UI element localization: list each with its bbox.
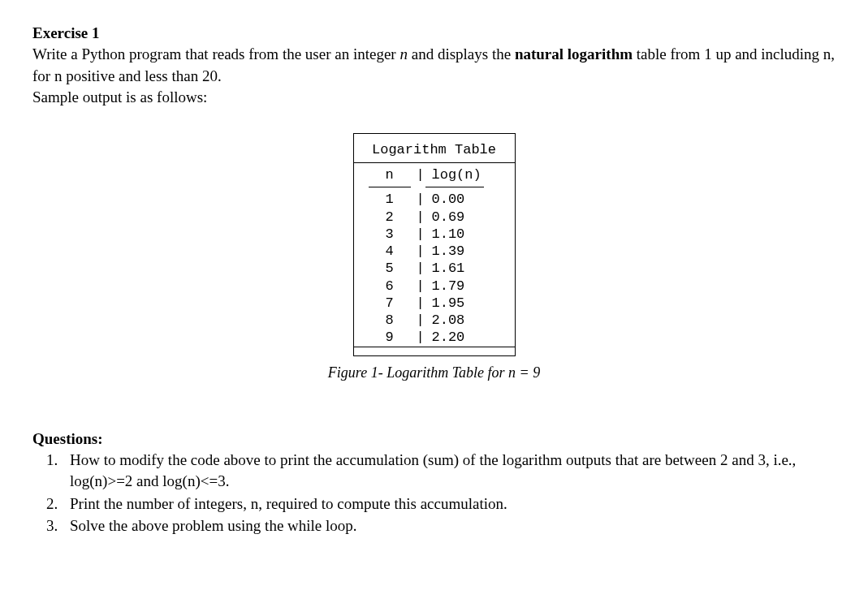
cell-n: 8: [365, 312, 414, 329]
intro-text-2: and displays the: [408, 45, 515, 62]
table-row: 3|1.10: [365, 226, 503, 243]
column-separator: |: [414, 260, 427, 277]
cell-logn: 1.39: [427, 243, 497, 260]
column-separator: |: [414, 166, 427, 183]
intro-var-n: n: [399, 45, 408, 62]
divider: [354, 347, 515, 347]
logarithm-table-figure: Logarithm Table n | log(n) 1|0.002|0.693…: [32, 133, 836, 381]
cell-n: 2: [365, 209, 414, 226]
table-row: 7|1.95: [365, 295, 503, 312]
list-item: Print the number of integers, n, require…: [62, 493, 836, 515]
cell-logn: 1.79: [427, 278, 497, 295]
table-row: 1|0.00: [365, 191, 503, 208]
column-separator: |: [414, 295, 427, 312]
cell-n: 1: [365, 191, 414, 208]
header-underline: [365, 187, 503, 187]
cell-logn: 1.95: [427, 295, 497, 312]
questions-title: Questions:: [32, 430, 836, 448]
table-row: 6|1.79: [365, 278, 503, 295]
cell-logn: 2.08: [427, 312, 497, 329]
column-separator: |: [414, 243, 427, 260]
cell-n: 4: [365, 243, 414, 260]
questions-list: How to modify the code above to print th…: [62, 450, 836, 537]
table-row: 4|1.39: [365, 243, 503, 260]
column-separator: |: [414, 209, 427, 226]
intro-paragraph: Write a Python program that reads from t…: [32, 44, 836, 109]
table-row: 9|2.20: [365, 329, 503, 346]
cell-n: 7: [365, 295, 414, 312]
cell-n: 3: [365, 226, 414, 243]
list-item: How to modify the code above to print th…: [62, 450, 836, 493]
figure-caption: Figure 1- Logarithm Table for n = 9: [328, 364, 540, 381]
log-table-title: Logarithm Table: [365, 139, 503, 162]
cell-logn: 2.20: [427, 329, 497, 346]
exercise-title: Exercise 1: [32, 24, 836, 42]
cell-logn: 1.10: [427, 226, 497, 243]
header-logn: log(n): [427, 166, 497, 183]
log-table-header: n | log(n): [365, 163, 503, 187]
table-row: 8|2.08: [365, 312, 503, 329]
cell-logn: 1.61: [427, 260, 497, 277]
column-separator: |: [414, 312, 427, 329]
column-separator: |: [414, 278, 427, 295]
intro-text-1: Write a Python program that reads from t…: [32, 45, 399, 62]
column-separator: |: [414, 191, 427, 208]
column-separator: |: [414, 226, 427, 243]
cell-n: 6: [365, 278, 414, 295]
intro-bold-term: natural logarithm: [515, 45, 633, 62]
cell-logn: 0.00: [427, 191, 497, 208]
log-table-body: 1|0.002|0.693|1.104|1.395|1.616|1.797|1.…: [365, 191, 503, 346]
intro-text-4: Sample output is as follows:: [32, 88, 207, 106]
cell-n: 5: [365, 260, 414, 277]
column-separator: |: [414, 329, 427, 346]
header-n: n: [365, 166, 414, 183]
table-row: 2|0.69: [365, 209, 503, 226]
logarithm-table: Logarithm Table n | log(n) 1|0.002|0.693…: [353, 133, 516, 356]
cell-logn: 0.69: [427, 209, 497, 226]
table-row: 5|1.61: [365, 260, 503, 277]
list-item: Solve the above problem using the while …: [62, 515, 836, 537]
cell-n: 9: [365, 329, 414, 346]
